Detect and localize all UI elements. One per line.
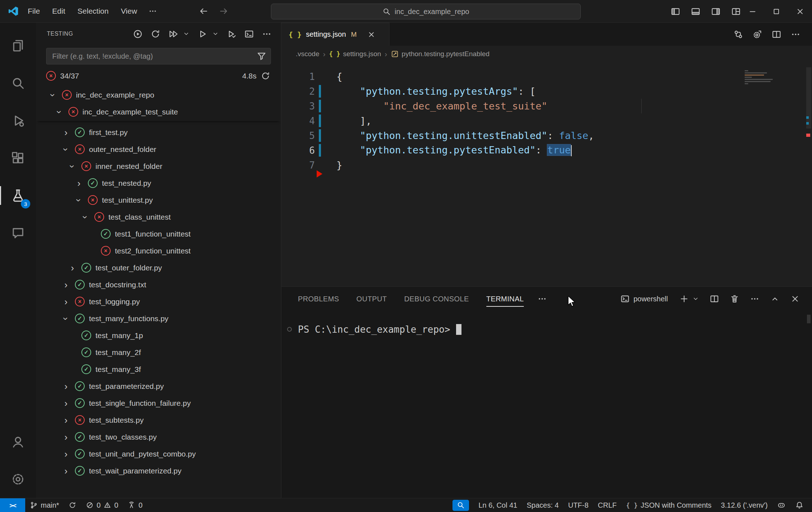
run-all-dropdown-chevron-icon[interactable]: [182, 29, 191, 39]
activity-extensions-icon[interactable]: [0, 139, 36, 177]
activity-run-debug-icon[interactable]: [0, 102, 36, 139]
menu-file[interactable]: File: [22, 4, 46, 18]
run-failed-tests-icon[interactable]: [131, 28, 144, 40]
code-line-4[interactable]: 4 ],: [281, 113, 812, 128]
test-item[interactable]: ›✓test_many_functions.py: [36, 310, 281, 327]
command-decoration-icon[interactable]: [287, 327, 292, 332]
chevron-right-icon[interactable]: ›: [66, 263, 79, 273]
debug-tests-icon[interactable]: [196, 28, 209, 40]
run-all-tests-icon[interactable]: [167, 28, 179, 40]
activity-settings-gear-icon[interactable]: [0, 461, 36, 498]
code-line-2[interactable]: 2 "python.testing.pytestArgs": [: [281, 84, 812, 99]
tab-close-icon[interactable]: [366, 29, 377, 40]
panel-tab-terminal[interactable]: TERMINAL: [486, 287, 524, 311]
test-item[interactable]: ›×test2_function_unittest: [36, 242, 281, 259]
test-item[interactable]: ›✓test_many_3f: [36, 361, 281, 378]
test-item[interactable]: ›✓test_single_function_failure.py: [36, 395, 281, 412]
breadcrumb-symbol[interactable]: python.testing.pytestEnabled: [391, 50, 490, 58]
zoom-indicator[interactable]: [448, 498, 474, 512]
chevron-down-icon[interactable]: ›: [60, 314, 72, 323]
window-maximize-icon[interactable]: [764, 0, 788, 23]
panel-more-actions-icon[interactable]: [749, 293, 761, 305]
customize-layout-icon[interactable]: [731, 7, 741, 16]
close-panel-icon[interactable]: [789, 293, 801, 305]
split-editor-icon[interactable]: [772, 30, 781, 39]
test-item[interactable]: ›✓test_outer_folder.py: [36, 259, 281, 276]
test-item[interactable]: ›×inner_nested_folder: [36, 158, 281, 175]
menu-more-icon[interactable]: [143, 4, 162, 18]
activity-search-icon[interactable]: [0, 64, 36, 102]
chevron-right-icon[interactable]: ›: [60, 382, 72, 391]
activity-accounts-icon[interactable]: [0, 423, 36, 461]
tab-settings-json[interactable]: { } settings.json M: [281, 23, 389, 46]
menu-edit[interactable]: Edit: [46, 4, 71, 18]
chevron-right-icon[interactable]: ›: [60, 399, 72, 408]
go-forward-icon[interactable]: [217, 4, 231, 18]
maximize-panel-icon[interactable]: [769, 293, 781, 305]
git-branch-item[interactable]: main*: [25, 498, 64, 512]
activity-chat-icon[interactable]: [0, 214, 36, 252]
test-item[interactable]: ›×inc_dec_example_repo: [36, 86, 281, 103]
menu-view[interactable]: View: [115, 4, 143, 18]
open-settings-ui-icon[interactable]: [753, 30, 762, 39]
test-filter-input[interactable]: [46, 48, 271, 64]
code-line-3[interactable]: 3 "inc_dec_example_test_suite": [281, 99, 812, 113]
chevron-right-icon[interactable]: ›: [60, 449, 72, 459]
test-item[interactable]: ›✓test_two_classes.py: [36, 428, 281, 445]
chevron-right-icon[interactable]: ›: [73, 179, 85, 188]
test-item[interactable]: ›×test_class_unittest: [36, 208, 281, 225]
test-item[interactable]: ›×inc_dec_example_test_suite: [36, 103, 281, 120]
kill-terminal-icon[interactable]: [728, 293, 741, 305]
minimap[interactable]: [745, 70, 778, 85]
chevron-right-icon[interactable]: ›: [60, 297, 72, 306]
split-terminal-icon[interactable]: [708, 293, 720, 305]
test-item[interactable]: ›×test_unittest.py: [36, 192, 281, 208]
open-changes-icon[interactable]: [733, 30, 743, 39]
command-center-search[interactable]: inc_dec_example_repo: [271, 4, 581, 19]
activity-testing-icon[interactable]: 3: [0, 177, 36, 214]
code-editor[interactable]: 1{2 "python.testing.pytestArgs": [3 "inc…: [281, 62, 812, 286]
cursor-position-item[interactable]: Ln 6, Col 41: [474, 498, 522, 512]
chevron-down-icon[interactable]: ›: [73, 196, 85, 205]
chevron-right-icon[interactable]: ›: [60, 466, 72, 476]
chevron-right-icon[interactable]: ›: [60, 280, 72, 289]
test-item[interactable]: ›✓test_many_2f: [36, 344, 281, 361]
show-test-output-icon[interactable]: [243, 28, 255, 40]
test-item[interactable]: ›✓test_wait_parameterized.py: [36, 462, 281, 479]
indentation-item[interactable]: Spaces: 4: [522, 498, 563, 512]
notifications-bell-icon[interactable]: [790, 498, 808, 512]
toggle-panel-icon[interactable]: [691, 7, 700, 16]
ports-item[interactable]: 0: [123, 498, 147, 512]
chevron-down-icon[interactable]: ›: [60, 145, 72, 154]
toggle-primary-sidebar-icon[interactable]: [671, 7, 680, 16]
breadcrumb-vscode[interactable]: .vscode: [296, 50, 319, 58]
problems-item[interactable]: 0 0: [81, 498, 123, 512]
python-interpreter-item[interactable]: 3.12.6 ('.venv'): [716, 498, 772, 512]
code-line-5[interactable]: 5 "python.testing.unittestEnabled": fals…: [281, 128, 812, 143]
test-item[interactable]: ›×test_logging.py: [36, 293, 281, 310]
run-with-coverage-icon[interactable]: [225, 28, 238, 40]
refresh-tests-icon[interactable]: [149, 28, 162, 40]
terminal-scrollbar[interactable]: [807, 315, 811, 323]
test-item[interactable]: ›×outer_nested_folder: [36, 141, 281, 158]
new-terminal-icon[interactable]: [678, 293, 690, 305]
language-mode-item[interactable]: { } JSON with Comments: [621, 498, 716, 512]
rerun-tests-icon[interactable]: [261, 71, 270, 81]
terminal-shell-item[interactable]: powershell: [620, 294, 668, 304]
panel-tabs-overflow-icon[interactable]: [536, 293, 548, 305]
test-item[interactable]: ›✓test_nested.py: [36, 175, 281, 192]
chevron-down-icon[interactable]: ›: [79, 212, 92, 222]
chevron-down-icon[interactable]: ›: [66, 162, 79, 171]
eol-item[interactable]: CRLF: [593, 498, 621, 512]
breadcrumb-settings-json[interactable]: { } settings.json: [329, 50, 381, 58]
encoding-item[interactable]: UTF-8: [563, 498, 593, 512]
filter-funnel-icon[interactable]: [256, 51, 267, 61]
test-item[interactable]: ›✓test1_function_unittest: [36, 225, 281, 242]
window-close-icon[interactable]: [788, 0, 812, 23]
chevron-right-icon[interactable]: ›: [60, 128, 72, 137]
remote-indicator[interactable]: ><: [0, 498, 25, 512]
code-line-7[interactable]: 7}: [281, 158, 812, 172]
panel-tab-debug-console[interactable]: DEBUG CONSOLE: [404, 287, 469, 311]
chevron-down-icon[interactable]: ›: [53, 107, 66, 117]
test-item[interactable]: ›✓test_parameterized.py: [36, 378, 281, 395]
